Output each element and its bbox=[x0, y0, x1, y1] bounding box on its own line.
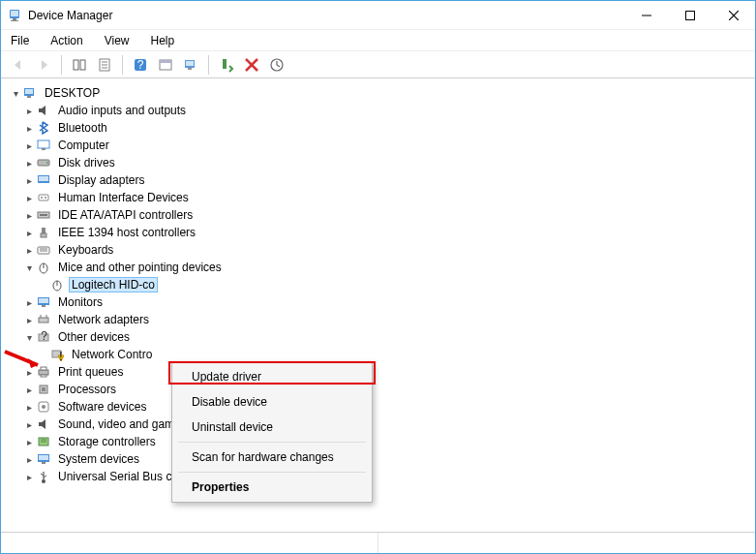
sound-icon bbox=[36, 416, 51, 432]
expander-closed-icon[interactable]: ▸ bbox=[22, 452, 36, 466]
mouse-icon bbox=[49, 277, 65, 292]
expander-closed-icon[interactable]: ▸ bbox=[22, 295, 36, 309]
svg-rect-70 bbox=[42, 462, 45, 464]
mouse-icon bbox=[36, 260, 51, 275]
update-driver-icon[interactable] bbox=[267, 55, 287, 75]
svg-rect-60 bbox=[41, 375, 46, 377]
ctx-disable-device[interactable]: Disable device bbox=[174, 389, 370, 415]
uninstall-device-icon[interactable] bbox=[242, 55, 261, 75]
tree-node[interactable]: ▸Bluetooth bbox=[9, 119, 755, 137]
expander-closed-icon[interactable]: ▸ bbox=[22, 208, 36, 222]
expander-closed-icon[interactable]: ▸ bbox=[22, 173, 36, 187]
tree-node[interactable]: ▸IEEE 1394 host controllers bbox=[9, 224, 755, 241]
app-icon bbox=[7, 8, 22, 23]
tree-node[interactable]: ▸Sound, video and game controllers bbox=[9, 416, 755, 433]
tree-node[interactable]: ▸Software devices bbox=[9, 398, 755, 416]
properties-icon[interactable] bbox=[95, 55, 114, 75]
tree-node[interactable]: ▸Keyboards bbox=[9, 241, 755, 259]
expander-closed-icon[interactable]: ▸ bbox=[22, 417, 36, 431]
ctx-uninstall-device[interactable]: Uninstall device bbox=[174, 415, 370, 440]
expander-open-icon[interactable]: ▾ bbox=[22, 330, 36, 344]
firewire-icon bbox=[36, 225, 51, 240]
svg-rect-38 bbox=[40, 214, 47, 216]
menu-view[interactable]: View bbox=[101, 32, 134, 49]
scan-hardware-icon[interactable] bbox=[181, 55, 200, 75]
tree-node[interactable]: ▸Disk drives bbox=[9, 154, 755, 171]
context-menu: Update driver Disable device Uninstall d… bbox=[171, 361, 373, 503]
svg-rect-9 bbox=[80, 60, 85, 70]
expander-closed-icon[interactable]: ▸ bbox=[22, 435, 36, 448]
cpu-icon bbox=[36, 382, 51, 397]
svg-rect-59 bbox=[41, 367, 46, 370]
tree-node[interactable]: ▸Processors bbox=[9, 381, 755, 398]
expander-open-icon[interactable]: ▾ bbox=[22, 261, 36, 274]
tree-node-logitech[interactable]: Logitech HID-co bbox=[9, 276, 755, 293]
svg-rect-21 bbox=[223, 59, 227, 69]
tree-node[interactable]: ▸Universal Serial Bus controllers bbox=[9, 468, 755, 485]
tree-node[interactable]: ▸Display adapters bbox=[9, 171, 755, 189]
ctx-update-driver[interactable]: Update driver bbox=[174, 364, 370, 389]
menu-help[interactable]: Help bbox=[147, 32, 179, 49]
tree-node[interactable]: ▸IDE ATA/ATAPI controllers bbox=[9, 206, 755, 224]
expander-closed-icon[interactable]: ▸ bbox=[22, 138, 36, 152]
software-icon bbox=[36, 399, 51, 415]
action-icon[interactable] bbox=[156, 55, 175, 75]
close-button[interactable] bbox=[711, 1, 755, 29]
tree-node[interactable]: ▸Network adapters bbox=[9, 311, 755, 328]
window-title: Device Manager bbox=[28, 9, 624, 22]
back-icon[interactable] bbox=[9, 55, 28, 75]
svg-rect-51 bbox=[39, 318, 48, 323]
tree-node[interactable]: ▸System devices bbox=[9, 450, 755, 468]
svg-text:?: ? bbox=[41, 330, 47, 343]
expander-closed-icon[interactable]: ▸ bbox=[22, 104, 36, 117]
expander-closed-icon[interactable]: ▸ bbox=[22, 365, 36, 379]
menu-action[interactable]: Action bbox=[46, 32, 86, 49]
forward-icon[interactable] bbox=[34, 55, 53, 75]
svg-rect-49 bbox=[39, 298, 48, 303]
tree-node-mice[interactable]: ▾Mice and other pointing devices bbox=[9, 259, 755, 276]
svg-rect-8 bbox=[74, 60, 78, 70]
minimize-button[interactable] bbox=[624, 1, 668, 29]
usb-icon bbox=[36, 469, 51, 484]
tree-node[interactable]: ▸Computer bbox=[9, 137, 755, 154]
svg-rect-28 bbox=[38, 140, 49, 148]
tree-node[interactable]: ▸Audio inputs and outputs bbox=[9, 102, 755, 119]
expander-closed-icon[interactable]: ▸ bbox=[22, 400, 36, 414]
svg-rect-58 bbox=[39, 370, 48, 375]
expander-open-icon[interactable]: ▾ bbox=[9, 86, 22, 100]
tree-node-other[interactable]: ▾?Other devices bbox=[9, 328, 755, 346]
toolbar-separator bbox=[61, 55, 62, 75]
ctx-scan-hardware[interactable]: Scan for hardware changes bbox=[174, 445, 370, 470]
tree-root[interactable]: ▾ DESKTOP bbox=[9, 84, 755, 102]
keyboard-icon bbox=[36, 242, 51, 258]
warning-device-icon: ! bbox=[49, 347, 65, 362]
enable-device-icon[interactable] bbox=[217, 55, 236, 75]
svg-rect-39 bbox=[42, 228, 45, 233]
svg-point-64 bbox=[42, 405, 45, 409]
tree-node[interactable]: ▸Print queues bbox=[9, 363, 755, 381]
expander-closed-icon[interactable]: ▸ bbox=[22, 156, 36, 169]
tree-node[interactable]: ▸Human Interface Devices bbox=[9, 189, 755, 206]
expander-closed-icon[interactable]: ▸ bbox=[22, 470, 36, 483]
device-tree[interactable]: ▾ DESKTOP ▸Audio inputs and outputs ▸Blu… bbox=[1, 78, 755, 532]
svg-rect-5 bbox=[685, 11, 694, 19]
expander-closed-icon[interactable]: ▸ bbox=[22, 121, 36, 135]
show-hide-console-icon[interactable] bbox=[70, 55, 89, 75]
help-icon[interactable]: ? bbox=[131, 55, 150, 75]
titlebar: Device Manager bbox=[1, 1, 755, 30]
svg-rect-19 bbox=[186, 61, 194, 66]
tree-node[interactable]: ▸Storage controllers bbox=[9, 433, 755, 450]
menu-file[interactable]: File bbox=[7, 32, 33, 49]
expander-closed-icon[interactable]: ▸ bbox=[22, 383, 36, 396]
expander-closed-icon[interactable]: ▸ bbox=[22, 191, 36, 204]
maximize-button[interactable] bbox=[668, 1, 711, 29]
tree-node[interactable]: ▸Monitors bbox=[9, 293, 755, 311]
svg-rect-20 bbox=[188, 68, 192, 70]
expander-closed-icon[interactable]: ▸ bbox=[22, 226, 36, 239]
expander-closed-icon[interactable]: ▸ bbox=[22, 243, 36, 257]
expander-closed-icon[interactable]: ▸ bbox=[22, 313, 36, 326]
tree-node-network-contro[interactable]: !Network Contro bbox=[9, 346, 755, 363]
bluetooth-icon bbox=[36, 120, 51, 136]
window-controls bbox=[624, 1, 755, 29]
ctx-properties[interactable]: Properties bbox=[174, 475, 370, 500]
